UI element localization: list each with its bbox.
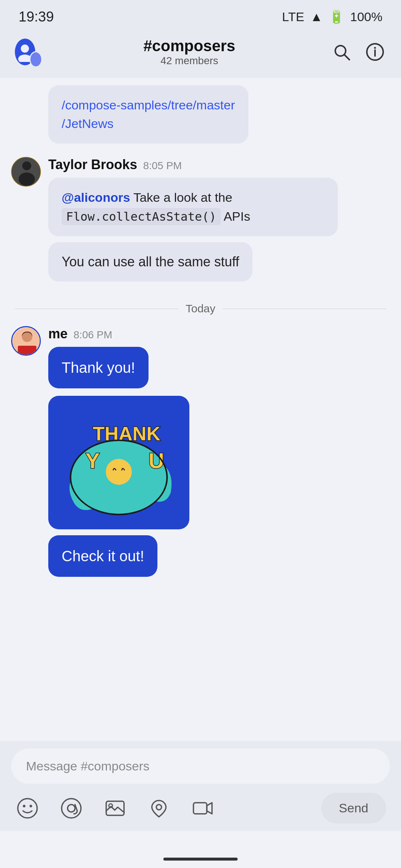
code-snippet: Flow.collectAsState() <box>62 208 221 225</box>
svg-point-19 <box>18 799 37 818</box>
date-label: Today <box>186 302 215 315</box>
svg-point-21 <box>30 805 32 807</box>
header-actions[interactable] <box>330 41 386 63</box>
taylor-bubble-1: @aliconors Take a look at the Flow.colle… <box>48 178 338 236</box>
taylor-time: 8:05 PM <box>143 160 182 172</box>
taylor-text-3: You can use all the same stuff <box>62 254 239 269</box>
taylor-message-row: Taylor Brooks 8:05 PM @aliconors Take a … <box>0 149 401 295</box>
image-button[interactable] <box>102 796 128 821</box>
avatar-secondary <box>29 51 42 68</box>
battery-icon: 🔋 <box>329 9 344 24</box>
input-area: Message #composers <box>0 741 401 831</box>
taylor-avatar-icon <box>12 158 41 187</box>
location-button[interactable] <box>146 796 172 821</box>
taylor-content: Taylor Brooks 8:05 PM @aliconors Take a … <box>48 157 390 287</box>
svg-point-20 <box>23 805 26 807</box>
messages-area: /compose-samples/tree/master/JetNews Tay… <box>0 78 401 594</box>
emoji-button[interactable] <box>15 796 40 821</box>
link-text[interactable]: /compose-samples/tree/master/JetNews <box>62 98 235 131</box>
channel-name: #composers <box>143 37 235 55</box>
info-icon <box>366 43 384 61</box>
home-indicator <box>163 858 238 861</box>
video-icon <box>192 798 213 819</box>
channel-header: #composers 42 members <box>0 30 401 78</box>
mention-button[interactable] <box>59 796 84 821</box>
taylor-bubble-2: You can use all the same stuff <box>48 242 252 282</box>
svg-point-6 <box>374 47 376 49</box>
me-header: me 8:06 PM <box>48 326 390 342</box>
date-divider: Today <box>0 295 401 322</box>
divider-line-right <box>223 309 386 309</box>
taylor-avatar <box>11 157 41 187</box>
svg-point-14 <box>106 459 132 485</box>
mention-aliconors: @aliconors <box>62 190 130 204</box>
thank-you-bubble: Thank you! <box>48 347 149 388</box>
channel-info: #composers 42 members <box>143 37 235 67</box>
signal-label: LTE <box>282 10 304 24</box>
me-time: 8:06 PM <box>74 329 112 341</box>
svg-rect-27 <box>193 803 207 814</box>
emoji-icon <box>17 798 38 819</box>
taylor-text-1: Take a look at the <box>133 190 232 204</box>
location-icon <box>148 798 170 819</box>
svg-point-22 <box>62 799 81 818</box>
svg-text:Y: Y <box>85 448 100 473</box>
send-button[interactable]: Send <box>321 793 386 823</box>
message-input-field[interactable]: Message #composers <box>11 749 390 784</box>
divider-line-left <box>15 309 178 309</box>
me-name: me <box>48 326 68 342</box>
image-icon <box>104 798 126 819</box>
me-content: me 8:06 PM Thank you! <box>48 326 390 583</box>
search-icon <box>332 43 351 61</box>
message-placeholder: Message #composers <box>26 759 150 773</box>
thank-you-sticker: THANK Y U <box>56 403 182 522</box>
thank-you-text: Thank you! <box>62 359 135 376</box>
me-message-row: me 8:06 PM Thank you! <box>0 322 401 586</box>
header-avatar-group <box>15 39 48 65</box>
search-button[interactable] <box>330 41 353 63</box>
status-time: 19:39 <box>19 9 54 25</box>
sticker-bubble: THANK Y U <box>48 396 189 529</box>
taylor-header: Taylor Brooks 8:05 PM <box>48 157 390 172</box>
battery-percent: 100% <box>350 10 382 24</box>
svg-point-23 <box>68 805 75 812</box>
me-avatar-icon <box>12 327 41 356</box>
taylor-text-2: APIs <box>224 209 250 223</box>
member-count: 42 members <box>143 55 235 67</box>
taylor-name: Taylor Brooks <box>48 157 137 172</box>
svg-point-8 <box>22 161 31 170</box>
mention-icon <box>61 798 82 819</box>
video-button[interactable] <box>190 796 215 821</box>
svg-point-26 <box>156 805 162 810</box>
status-right: LTE ▲ 🔋 100% <box>282 9 382 24</box>
check-it-out-bubble: Check it out! <box>48 535 157 577</box>
status-bar: 19:39 LTE ▲ 🔋 100% <box>0 0 401 30</box>
info-button[interactable] <box>364 41 386 63</box>
check-it-out-text: Check it out! <box>62 548 144 564</box>
svg-rect-12 <box>18 346 36 356</box>
link-message: /compose-samples/tree/master/JetNews <box>37 78 401 149</box>
svg-point-9 <box>19 172 35 186</box>
svg-point-0 <box>21 45 29 53</box>
toolbar-row: Send <box>11 793 390 823</box>
svg-line-3 <box>345 55 349 60</box>
link-bubble: /compose-samples/tree/master/JetNews <box>48 85 248 144</box>
me-avatar <box>11 326 41 356</box>
signal-icon: ▲ <box>310 10 323 24</box>
toolbar-icons <box>15 796 215 821</box>
